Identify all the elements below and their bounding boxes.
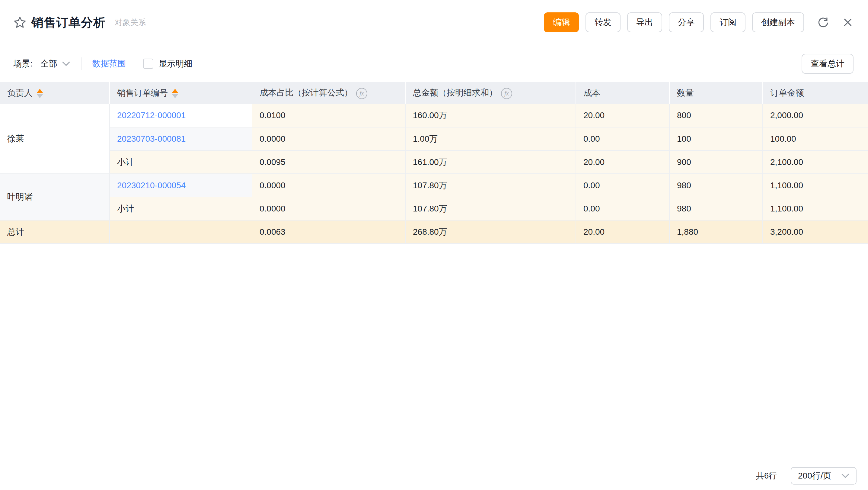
cell-quantity: 900	[670, 150, 763, 174]
report-header: 销售订单分析 对象关系 编辑 转发 导出 分享 订阅 创建副本	[0, 0, 868, 45]
close-icon[interactable]	[842, 17, 854, 28]
table-header-row: 负责人 销售订单编号 成本占比（按计算公式）fx 总金额（按明细求和）fx 成本…	[0, 82, 868, 104]
chevron-down-icon	[62, 61, 70, 66]
view-total-button[interactable]: 查看总计	[802, 54, 854, 74]
cell-total-amount: 107.80万	[405, 197, 576, 220]
col-header-order-no[interactable]: 销售订单编号	[110, 82, 252, 104]
subtotal-row: 小计 0.0095 161.00万 20.00 900 2,100.00	[0, 150, 868, 174]
cell-cost: 0.00	[576, 174, 670, 197]
table-row: 徐莱 20220712-000001 0.0100 160.00万 20.00 …	[0, 104, 868, 127]
cell-order-amount: 2,000.00	[763, 104, 868, 127]
duplicate-button[interactable]: 创建副本	[752, 12, 804, 32]
cell-cost-ratio: 0.0000	[252, 174, 405, 197]
data-range-link[interactable]: 数据范围	[92, 58, 126, 69]
col-label: 成本	[583, 88, 600, 97]
col-header-cost[interactable]: 成本	[576, 82, 670, 104]
fx-formula-icon: fx	[501, 88, 512, 99]
sort-desc-icon	[172, 94, 178, 98]
edit-button[interactable]: 编辑	[544, 12, 579, 32]
order-link[interactable]: 20220712-000001	[117, 111, 186, 120]
page-size-select[interactable]: 200行/页	[791, 467, 857, 485]
fx-formula-icon: fx	[356, 88, 367, 99]
cell-subtotal-label: 小计	[110, 197, 252, 220]
cell-order-no: 20230703-000081	[110, 127, 252, 150]
cell-cost-ratio: 0.0000	[252, 127, 405, 150]
scene-value: 全部	[40, 58, 57, 69]
cell-cost-ratio: 0.0095	[252, 150, 405, 174]
col-label: 数量	[677, 88, 694, 97]
cell-total-amount: 161.00万	[405, 150, 576, 174]
cell-total-amount: 268.80万	[405, 220, 576, 243]
chevron-down-icon	[841, 473, 849, 478]
page-title: 销售订单分析	[31, 14, 105, 31]
report-table: 负责人 销售订单编号 成本占比（按计算公式）fx 总金额（按明细求和）fx 成本…	[0, 82, 868, 244]
cell-cost: 20.00	[576, 220, 670, 243]
cell-cost: 20.00	[576, 104, 670, 127]
table-row: 叶明诸 20230210-000054 0.0000 107.80万 0.00 …	[0, 174, 868, 197]
col-label: 负责人	[7, 88, 33, 97]
sort-asc-icon	[172, 89, 178, 93]
filter-bar: 场景: 全部 数据范围 显示明细 查看总计	[0, 45, 868, 82]
cell-order-no: 20230210-000054	[110, 174, 252, 197]
scene-label: 场景:	[13, 58, 33, 69]
cell-total-amount: 1.00万	[405, 127, 576, 150]
cell-total-label: 总计	[0, 220, 110, 243]
cell-cost-ratio: 0.0000	[252, 197, 405, 220]
cell-order-amount: 100.00	[763, 127, 868, 150]
scene-select[interactable]: 全部	[40, 58, 70, 69]
col-header-owner[interactable]: 负责人	[0, 82, 110, 104]
col-header-quantity[interactable]: 数量	[670, 82, 763, 104]
cell-order-no-empty	[110, 220, 252, 243]
subscribe-button[interactable]: 订阅	[710, 12, 745, 32]
cell-total-amount: 107.80万	[405, 174, 576, 197]
col-header-total-amount[interactable]: 总金额（按明细求和）fx	[405, 82, 576, 104]
sort-desc-icon	[37, 94, 43, 98]
cell-order-amount: 2,100.00	[763, 150, 868, 174]
page-size-value: 200行/页	[798, 470, 832, 482]
sort-control	[37, 89, 43, 98]
cell-cost-ratio: 0.0100	[252, 104, 405, 127]
refresh-icon[interactable]	[817, 16, 829, 29]
sort-asc-icon	[37, 89, 43, 93]
cell-cost: 20.00	[576, 150, 670, 174]
cell-order-amount: 1,100.00	[763, 197, 868, 220]
cell-owner: 徐莱	[0, 104, 110, 174]
pagination-footer: 共6行 200行/页	[756, 467, 857, 485]
cell-subtotal-label: 小计	[110, 150, 252, 174]
table-row: 20230703-000081 0.0000 1.00万 0.00 100 10…	[0, 127, 868, 150]
filter-divider	[81, 57, 82, 70]
col-label: 总金额（按明细求和）	[413, 88, 497, 97]
order-link[interactable]: 20230210-000054	[117, 181, 186, 190]
col-header-order-amount[interactable]: 订单金额	[763, 82, 868, 104]
share-button[interactable]: 分享	[669, 12, 704, 32]
cell-quantity: 980	[670, 197, 763, 220]
show-detail-checkbox[interactable]	[143, 59, 153, 69]
cell-quantity: 800	[670, 104, 763, 127]
cell-cost: 0.00	[576, 127, 670, 150]
cell-cost-ratio: 0.0063	[252, 220, 405, 243]
col-label: 订单金额	[770, 88, 804, 97]
report-type-label: 对象关系	[115, 17, 146, 28]
row-count-label: 共6行	[756, 470, 777, 481]
cell-cost: 0.00	[576, 197, 670, 220]
show-detail-label: 显示明细	[159, 58, 192, 69]
col-label: 销售订单编号	[117, 88, 168, 97]
cell-order-amount: 1,100.00	[763, 174, 868, 197]
export-button[interactable]: 导出	[627, 12, 662, 32]
cell-order-amount: 3,200.00	[763, 220, 868, 243]
sort-control	[172, 89, 178, 98]
col-label: 成本占比（按计算公式）	[259, 88, 352, 97]
favorite-star-icon[interactable]	[13, 16, 27, 29]
order-link[interactable]: 20230703-000081	[117, 134, 186, 144]
cell-owner: 叶明诸	[0, 174, 110, 220]
cell-order-no: 20220712-000001	[110, 104, 252, 127]
cell-quantity: 1,880	[670, 220, 763, 243]
total-row: 总计 0.0063 268.80万 20.00 1,880 3,200.00	[0, 220, 868, 243]
forward-button[interactable]: 转发	[586, 12, 621, 32]
col-header-cost-ratio[interactable]: 成本占比（按计算公式）fx	[252, 82, 405, 104]
subtotal-row: 小计 0.0000 107.80万 0.00 980 1,100.00	[0, 197, 868, 220]
cell-total-amount: 160.00万	[405, 104, 576, 127]
cell-quantity: 980	[670, 174, 763, 197]
cell-quantity: 100	[670, 127, 763, 150]
